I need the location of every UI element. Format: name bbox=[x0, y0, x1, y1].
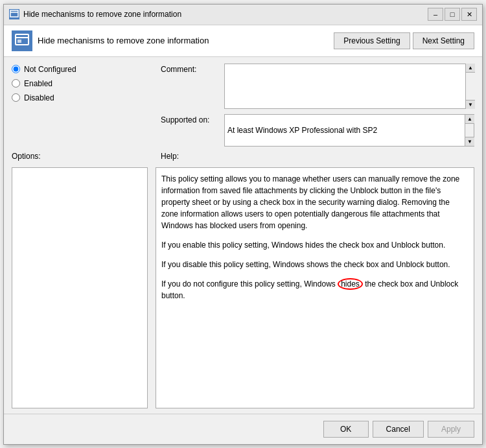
help-label: Help: bbox=[161, 152, 179, 161]
supported-value: At least Windows XP Professional with SP… bbox=[227, 126, 377, 135]
main-window: Hide mechanisms to remove zone informati… bbox=[3, 4, 483, 445]
supported-row: Supported on: At least Windows XP Profes… bbox=[161, 114, 474, 147]
section-labels: Options: Help: bbox=[4, 147, 482, 162]
policy-icon bbox=[12, 30, 32, 51]
header-buttons: Previous Setting Next Setting bbox=[334, 32, 474, 49]
help-section: This policy setting allows you to manage… bbox=[156, 167, 474, 408]
maximize-button[interactable]: □ bbox=[445, 8, 460, 21]
radio-disabled[interactable]: Disabled bbox=[12, 93, 145, 102]
options-label-area: Options: bbox=[12, 152, 161, 161]
svg-rect-4 bbox=[17, 40, 21, 43]
help-paragraph-3: If you disable this policy setting, Wind… bbox=[161, 259, 469, 270]
help-paragraph-1: This policy setting allows you to manage… bbox=[161, 173, 469, 231]
radio-enabled[interactable]: Enabled bbox=[12, 79, 145, 88]
radio-not-configured-label: Not Configured bbox=[24, 65, 76, 74]
right-fields: Comment: ▲ ▼ Supported on: At least Wind… bbox=[153, 57, 482, 147]
close-button[interactable]: ✕ bbox=[461, 8, 477, 21]
scroll-up-arrow[interactable]: ▲ bbox=[466, 64, 475, 73]
supported-label: Supported on: bbox=[161, 114, 219, 124]
help-label-area: Help: bbox=[161, 152, 474, 161]
previous-setting-button[interactable]: Previous Setting bbox=[334, 32, 410, 49]
radio-enabled-label: Enabled bbox=[24, 79, 52, 88]
header-bar: Hide mechanisms to remove zone informati… bbox=[4, 25, 482, 57]
supported-scroll-up[interactable]: ▲ bbox=[465, 115, 474, 124]
header-left: Hide mechanisms to remove zone informati… bbox=[12, 30, 209, 51]
title-controls: – □ ✕ bbox=[428, 8, 477, 21]
help-box: This policy setting allows you to manage… bbox=[156, 167, 474, 408]
supported-scroll-down[interactable]: ▼ bbox=[465, 137, 474, 146]
window-icon bbox=[9, 9, 19, 19]
comment-label: Comment: bbox=[161, 64, 219, 74]
scroll-down-arrow[interactable]: ▼ bbox=[466, 100, 475, 109]
title-bar: Hide mechanisms to remove zone informati… bbox=[4, 5, 482, 25]
top-section: Not Configured Enabled Disabled Comment: bbox=[4, 57, 482, 147]
highlight-circle: hides bbox=[338, 279, 363, 289]
help-paragraph-4: If you do not configure this policy sett… bbox=[161, 278, 469, 301]
options-label: Options: bbox=[12, 152, 41, 161]
svg-rect-0 bbox=[10, 10, 18, 17]
title-bar-left: Hide mechanisms to remove zone informati… bbox=[9, 9, 181, 19]
radio-disabled-input[interactable] bbox=[12, 93, 20, 102]
radio-panel: Not Configured Enabled Disabled bbox=[4, 57, 153, 147]
options-section bbox=[12, 167, 148, 408]
comment-textarea[interactable] bbox=[224, 64, 474, 109]
comment-row: Comment: ▲ ▼ bbox=[161, 64, 474, 109]
main-content: This policy setting allows you to manage… bbox=[4, 162, 482, 414]
radio-disabled-label: Disabled bbox=[24, 93, 54, 102]
comment-scrollbar: ▲ ▼ bbox=[465, 64, 474, 109]
minimize-button[interactable]: – bbox=[428, 8, 443, 21]
cancel-button[interactable]: Cancel bbox=[373, 421, 424, 438]
help-paragraph-2: If you enable this policy setting, Windo… bbox=[161, 239, 469, 251]
next-setting-button[interactable]: Next Setting bbox=[413, 32, 474, 49]
header-title: Hide mechanisms to remove zone informati… bbox=[38, 36, 209, 45]
radio-not-configured[interactable]: Not Configured bbox=[12, 65, 145, 74]
radio-not-configured-input[interactable] bbox=[12, 65, 20, 73]
footer: OK Cancel Apply bbox=[4, 414, 482, 444]
ok-button[interactable]: OK bbox=[323, 421, 369, 438]
apply-button[interactable]: Apply bbox=[428, 421, 474, 438]
radio-group: Not Configured Enabled Disabled bbox=[12, 65, 145, 102]
supported-scrollbar: ▲ ▼ bbox=[465, 115, 474, 146]
window-title: Hide mechanisms to remove zone informati… bbox=[23, 10, 181, 19]
options-box bbox=[12, 167, 148, 408]
radio-enabled-input[interactable] bbox=[12, 79, 20, 88]
